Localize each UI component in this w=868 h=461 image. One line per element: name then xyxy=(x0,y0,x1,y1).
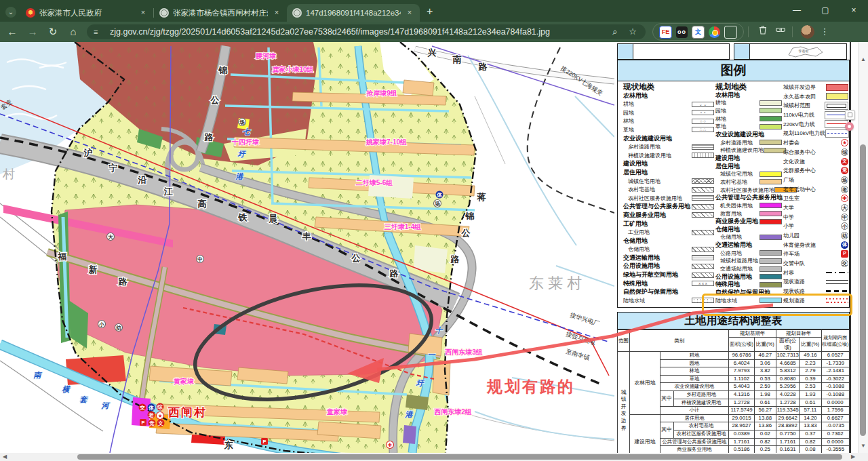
legend-row: 林地 xyxy=(715,115,782,123)
vertical-scrollbar[interactable]: ▲ ▼ xyxy=(858,42,868,453)
legend-label: 老年活动中心 xyxy=(783,186,841,193)
legend-row: 规划地类 xyxy=(715,83,782,91)
legend-row: 综合服务中心综 xyxy=(783,148,848,156)
legend-row: 交通运输用地 xyxy=(623,254,714,262)
map-label: 锦 xyxy=(465,211,475,221)
legend-label: 体育健身设施 xyxy=(783,241,841,249)
legend-box: 图例 现状地类农林用地耕地⌄ ⌄园地∘ ∘林地○ ○草地∴ ∴农业设施建设用地乡… xyxy=(617,60,850,308)
legend-row: 商业服务业用地 xyxy=(715,218,782,225)
legend-label: 工业用地 xyxy=(623,228,692,236)
menu-kebab-icon[interactable]: ⋮ xyxy=(817,24,832,39)
svg-text:小: 小 xyxy=(98,321,104,327)
map-label: 新 xyxy=(88,264,98,275)
map-poi-solidBlue-icon: 体 xyxy=(436,191,443,199)
legend-label: 农业设施建设用地 xyxy=(715,130,782,139)
back-button[interactable]: ← xyxy=(4,24,20,40)
new-tab-button[interactable]: + xyxy=(427,5,433,18)
maximize-button[interactable]: ▢ xyxy=(811,0,840,20)
table-cell: 119.3345 xyxy=(776,407,800,415)
table-cell: -2.1481 xyxy=(821,367,849,376)
floating-assistant-icon[interactable] xyxy=(845,122,854,131)
table-cell: 公共管理与公共服务设施用地 xyxy=(660,438,729,446)
tab-zjg-gov[interactable]: 张家港市人民政府 × xyxy=(20,4,153,22)
tab-close-icon[interactable]: × xyxy=(138,8,148,18)
extension-box-icon[interactable] xyxy=(724,26,737,39)
svg-text:P: P xyxy=(262,439,266,445)
legend-row: 农村社区服务设施用地 xyxy=(715,186,782,194)
legend-row: 广场场 xyxy=(783,176,848,184)
legend-row: 规划110kV电力线 xyxy=(783,129,848,137)
link-icon[interactable] xyxy=(773,24,788,39)
scroll-up-arrow[interactable]: ▲ xyxy=(859,56,868,64)
url-text[interactable]: zjg.gov.cn/zjg/tzgg/202501/14d6053af2124… xyxy=(110,27,605,37)
vertical-scroll-thumb[interactable] xyxy=(860,144,866,436)
legend-row: 公用设施用地 xyxy=(623,262,714,270)
map-label: 公 xyxy=(461,228,471,238)
home-button[interactable]: ⌂ xyxy=(65,24,81,40)
legend-swatch xyxy=(692,195,714,201)
legend-label: 城镇住宅用地 xyxy=(623,178,692,185)
map-poi-ring-icon: 中 xyxy=(197,256,204,263)
legend-row: 乡村道路用地 xyxy=(623,143,714,151)
legend-label: 园地 xyxy=(623,109,692,117)
window-controls: — ▢ × xyxy=(783,0,868,20)
map-label: 西闸村 xyxy=(167,406,207,419)
table-cell: 0.7362 xyxy=(821,430,849,438)
horizontal-scrollbar[interactable]: ◀ ▶ xyxy=(0,453,868,461)
scroll-down-arrow[interactable]: ▼ xyxy=(859,442,868,450)
legend-swatch xyxy=(692,187,714,193)
table-cell: 4.0228 xyxy=(776,390,800,399)
legend-swatch xyxy=(760,219,782,224)
floating-tool-icon[interactable] xyxy=(845,110,855,120)
map-poi-solidRed-icon: 交 xyxy=(139,404,146,412)
extension-eyes-icon[interactable]: oo xyxy=(676,26,688,38)
table-cell: 0.37 xyxy=(800,430,821,438)
legend-row: 城镇村范围 xyxy=(783,102,848,109)
extension-fe-icon[interactable]: FE xyxy=(659,26,672,39)
legend-row: 党群服务中心党 xyxy=(783,167,848,174)
legend-swatch xyxy=(692,178,714,184)
legend-label: 村委会 xyxy=(783,139,841,146)
tab-image-active[interactable]: 147d1968091f4148a212e34e × xyxy=(287,4,420,22)
table-row: 建设用地居住用地29.001513.8829.664214.200.6627 xyxy=(618,414,850,422)
tab-search-icon[interactable]: ⌄ xyxy=(5,7,16,18)
legend-row: 公路用地 xyxy=(715,249,782,257)
minimize-button[interactable]: — xyxy=(783,0,811,20)
profile-avatar[interactable] xyxy=(801,25,814,39)
bookmark-star-icon[interactable]: ☆ xyxy=(625,24,640,39)
chrome-logo-icon[interactable] xyxy=(709,26,720,38)
extension-translate-icon[interactable]: 文 xyxy=(692,26,705,39)
legend-row: 110kV电力线 xyxy=(783,111,848,119)
site-info-icon[interactable]: ≡ xyxy=(94,28,107,36)
planning-map-image[interactable]: 兴南路锦公路沪宁沿江高铁晨丰公路蒋锦公路福新路东腰河埭龚家小埭10组抢岸埭9组十… xyxy=(0,42,614,453)
tab-close-icon[interactable]: × xyxy=(405,8,414,18)
legend-row: 老年活动中心老 xyxy=(783,186,848,193)
tab-close-icon[interactable]: × xyxy=(272,8,281,18)
address-bar[interactable]: ≡ zjg.gov.cn/zjg/tzgg/202501/14d6053af21… xyxy=(87,24,646,39)
reload-button[interactable]: ↻ xyxy=(45,24,61,40)
tab-village-plan[interactable]: 张家港市杨舍镇西闸村村庄规划 × xyxy=(154,4,287,22)
scroll-right-arrow[interactable]: ▶ xyxy=(849,453,857,461)
scroll-left-arrow[interactable]: ◀ xyxy=(1,453,9,461)
trash-icon[interactable] xyxy=(755,24,770,39)
globe-favicon-icon xyxy=(292,8,302,18)
table-cell: 1.7161 xyxy=(729,438,754,446)
map-label: 西闸东埭2组 xyxy=(433,408,472,416)
table-cell: 56.27 xyxy=(754,407,776,415)
legend-row: 园地∘ ∘ xyxy=(623,109,714,117)
legend-label: 农村宅基地 xyxy=(715,178,760,186)
map-label: 腰河埭 xyxy=(255,52,277,60)
legend-label: 文化设施 xyxy=(783,158,841,165)
legend-row: 城镇开发边界 xyxy=(783,83,848,91)
forward-button[interactable]: → xyxy=(24,24,41,40)
table-cell: 1.2728 xyxy=(776,399,800,407)
table-cell: 2.23 xyxy=(800,359,821,367)
horizontal-scroll-thumb[interactable] xyxy=(77,454,842,460)
legend-swatch xyxy=(692,255,714,260)
close-button[interactable]: × xyxy=(840,0,868,20)
legend-swatch xyxy=(760,116,782,121)
table-cell: 1.7596 xyxy=(821,407,849,415)
zoom-icon[interactable]: ⌕ xyxy=(608,24,623,39)
legend-label: 小学 xyxy=(783,222,841,230)
table-cell: 耕地 xyxy=(660,352,729,360)
